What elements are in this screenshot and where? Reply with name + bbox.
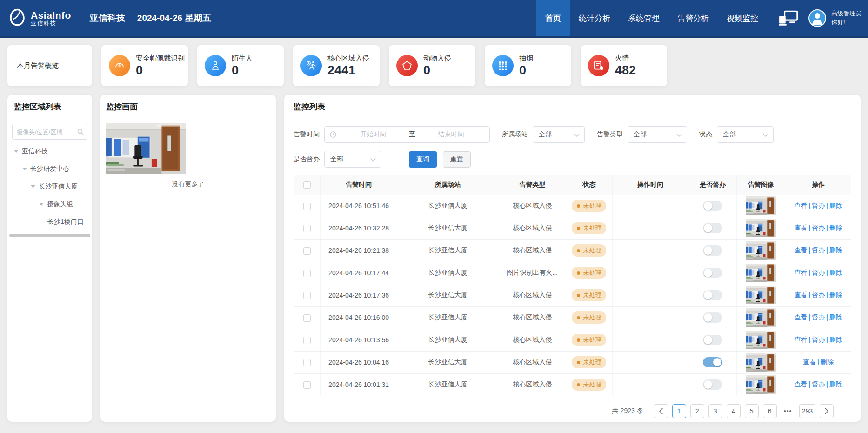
supervise-toggle[interactable] (703, 290, 722, 300)
alarm-image[interactable] (746, 219, 776, 237)
table-row: 2024-04-26 10:01:31长沙亚信大厦核心区域入侵未处理查看|督办|… (294, 373, 851, 396)
search-button[interactable]: 查询 (409, 151, 437, 168)
tree-item-2[interactable]: 长沙亚信大厦 (7, 178, 92, 196)
delete-link[interactable]: 删除 (829, 291, 842, 298)
supervise-toggle[interactable] (703, 268, 722, 278)
tree-item-3[interactable]: 摄像头组 (7, 196, 92, 213)
supervise-toggle[interactable] (703, 379, 722, 390)
nav-item-video-monitor[interactable]: 视频监控 (718, 0, 767, 36)
row-checkbox[interactable] (303, 292, 311, 299)
select-all-checkbox[interactable] (303, 181, 311, 189)
page-button-5[interactable]: 5 (745, 404, 759, 418)
row-checkbox[interactable] (303, 314, 311, 322)
row-checkbox[interactable] (303, 337, 311, 344)
supervise-toggle[interactable] (703, 223, 722, 233)
supervise-link[interactable]: 督办 (812, 202, 825, 209)
supervise-toggle[interactable] (703, 312, 722, 323)
delete-link[interactable]: 删除 (829, 246, 842, 254)
page-button-3[interactable]: 3 (708, 404, 722, 418)
caret-down-icon (14, 150, 19, 153)
nav-item-home[interactable]: 首页 (536, 0, 570, 36)
search-icon[interactable] (77, 128, 84, 137)
alarm-image[interactable] (746, 308, 776, 327)
camera-snapshot-image[interactable] (106, 123, 186, 174)
action-separator: | (816, 358, 821, 365)
view-link[interactable]: 查看 (795, 246, 808, 254)
page-button-1[interactable]: 1 (672, 404, 686, 418)
view-link[interactable]: 查看 (795, 269, 808, 276)
view-link[interactable]: 查看 (795, 313, 808, 321)
delete-link[interactable]: 删除 (829, 269, 842, 276)
view-link[interactable]: 查看 (795, 336, 808, 343)
nav-item-alarm-analysis[interactable]: 告警分析 (668, 0, 718, 36)
supervise-link[interactable]: 督办 (812, 224, 825, 231)
row-checkbox[interactable] (303, 247, 311, 255)
row-checkbox[interactable] (303, 381, 311, 389)
delete-link[interactable]: 删除 (821, 358, 834, 365)
actions-cell: 查看|督办|删除 (785, 262, 851, 284)
type-label: 告警类型 (597, 130, 623, 139)
ellipsis-button[interactable]: ••• (781, 404, 795, 418)
alarm-time-cell: 2024-04-26 10:17:36 (320, 284, 397, 306)
supervise-link[interactable]: 督办 (812, 380, 825, 388)
supervise-toggle[interactable] (703, 245, 722, 256)
tree-item-0[interactable]: 亚信科技 (7, 142, 92, 160)
station-select[interactable]: 全部 (533, 126, 585, 143)
status-select[interactable]: 全部 (717, 126, 774, 143)
supervise-toggle[interactable] (703, 335, 722, 345)
supervise-link[interactable]: 督办 (812, 313, 825, 321)
delete-link[interactable]: 删除 (829, 202, 842, 209)
supervise-link[interactable]: 督办 (812, 336, 825, 343)
delete-link[interactable]: 删除 (829, 313, 842, 321)
status-text: 未处理 (583, 246, 601, 255)
stat-value: 0 (423, 63, 451, 78)
row-checkbox[interactable] (303, 359, 311, 366)
page-button-6[interactable]: 6 (763, 404, 777, 418)
page-button-293[interactable]: 293 (799, 404, 815, 418)
status-dot-icon (577, 249, 580, 252)
tree-item-4[interactable]: 长沙1楼门口 (7, 213, 92, 231)
delete-link[interactable]: 删除 (829, 224, 842, 231)
nav-item-system[interactable]: 系统管理 (619, 0, 668, 36)
view-link[interactable]: 查看 (795, 291, 808, 298)
tree-item-1[interactable]: 长沙研发中心 (7, 160, 92, 178)
date-range-input[interactable]: 开始时间 至 结束时间 (324, 126, 490, 143)
region-search-input[interactable] (12, 124, 87, 140)
stat-label: 核心区域入侵 (327, 54, 369, 63)
prev-page-button[interactable] (654, 404, 668, 418)
view-link[interactable]: 查看 (795, 224, 808, 231)
view-link[interactable]: 查看 (795, 380, 808, 388)
row-checkbox[interactable] (303, 203, 311, 210)
supervise-link[interactable]: 督办 (812, 291, 825, 298)
monitors-icon[interactable] (778, 10, 799, 27)
type-select[interactable]: 全部 (628, 126, 687, 143)
delete-link[interactable]: 删除 (829, 380, 842, 388)
supervise-select[interactable]: 全部 (324, 151, 381, 168)
view-link[interactable]: 查看 (803, 358, 816, 365)
supervise-link[interactable]: 督办 (812, 269, 825, 276)
reset-button[interactable]: 重置 (443, 151, 471, 168)
next-page-button[interactable] (820, 404, 834, 418)
supervise-link[interactable]: 督办 (812, 246, 825, 254)
alarm-image[interactable] (746, 196, 776, 215)
supervise-toggle[interactable] (703, 357, 722, 367)
alarm-image[interactable] (746, 264, 776, 282)
horizontal-scrollbar[interactable] (9, 234, 90, 237)
delete-link[interactable]: 删除 (829, 336, 842, 343)
row-checkbox[interactable] (303, 225, 311, 232)
supervise-toggle[interactable] (703, 201, 722, 211)
avatar[interactable] (808, 9, 827, 27)
op-time-cell (613, 373, 688, 396)
row-checkbox[interactable] (303, 270, 311, 277)
alarm-image[interactable] (746, 331, 776, 349)
alarm-image[interactable] (746, 353, 776, 372)
view-link[interactable]: 查看 (795, 202, 808, 209)
page-button-4[interactable]: 4 (727, 404, 741, 418)
to-label: 至 (407, 130, 417, 139)
page-button-2[interactable]: 2 (690, 404, 704, 418)
alarm-image[interactable] (746, 375, 776, 394)
current-date: 2024-04-26 星期五 (137, 12, 211, 24)
alarm-image[interactable] (746, 286, 776, 304)
nav-item-statistics[interactable]: 统计分析 (570, 0, 619, 36)
alarm-image[interactable] (746, 241, 776, 260)
